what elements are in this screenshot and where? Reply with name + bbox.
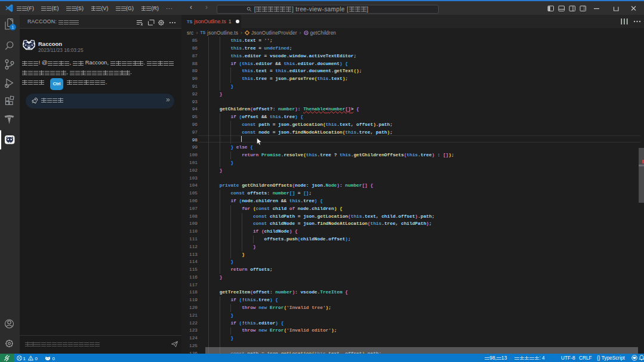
svg-text:0: 0 — [35, 355, 38, 360]
svg-text:0: 0 — [53, 355, 56, 360]
svg-text:1: 1 — [11, 24, 14, 30]
svg-text:1: 1 — [23, 355, 26, 360]
